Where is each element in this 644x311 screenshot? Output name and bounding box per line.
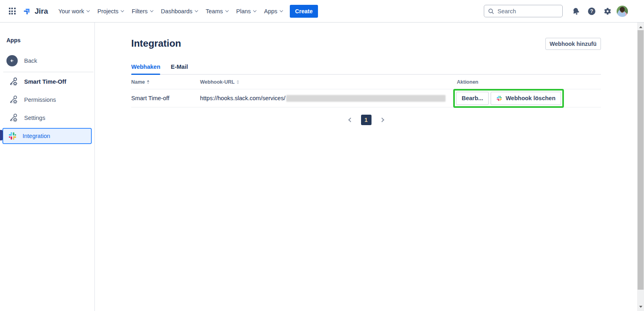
top-navigation: Jira Your work Projects Filters Dashboar…	[0, 0, 644, 23]
column-label: Name	[131, 79, 145, 85]
topnav-right: ?	[484, 5, 628, 18]
search-box[interactable]	[484, 5, 563, 17]
tab-webhaken[interactable]: Webhaken	[131, 64, 160, 74]
key-settings-icon	[8, 76, 19, 87]
nav-label: Teams	[206, 8, 223, 14]
column-label: Webhook-URL	[200, 79, 235, 85]
product-name: Jira	[35, 7, 48, 16]
sidebar-item-integration[interactable]: Integration	[2, 128, 92, 144]
actions-cell: Bearb... Webhook löschen	[457, 91, 601, 105]
nav-plans[interactable]: Plans	[232, 5, 260, 18]
webhook-url-text: https://hooks.slack.com/services/	[200, 95, 285, 101]
sidebar-heading: Apps	[6, 37, 91, 43]
tab-bar: Webhaken E-Mail	[131, 64, 601, 75]
table-header-row: Name Webhook-URL Aktionen	[131, 75, 601, 89]
bell-icon	[571, 6, 582, 16]
add-webhook-button[interactable]: Webhook hinzufü	[545, 38, 601, 50]
key-settings-icon	[8, 95, 19, 105]
nav-label: Filters	[132, 8, 147, 14]
chevron-down-icon	[87, 8, 90, 12]
chevron-down-icon	[280, 8, 283, 12]
main-content: Integration Webhook hinzufü Webhaken E-M…	[96, 23, 637, 311]
search-input[interactable]	[497, 8, 554, 14]
gear-icon	[603, 7, 612, 16]
slack-icon	[8, 132, 17, 140]
delete-webhook-button[interactable]: Webhook löschen	[491, 92, 561, 105]
sidebar-item-smart-time-off[interactable]: Smart Time-Off	[6, 72, 91, 91]
webhook-name-cell: Smart Time-off	[131, 95, 200, 101]
chevron-down-icon	[150, 8, 153, 12]
nav-label: Dashboards	[161, 8, 192, 14]
nav-filters[interactable]: Filters	[128, 5, 157, 18]
scroll-up-button[interactable]	[637, 24, 644, 30]
chevron-down-icon	[253, 8, 256, 12]
pagination: 1	[131, 115, 601, 125]
sidebar-item-label: Integration	[23, 133, 50, 139]
sidebar-item-label: Settings	[24, 115, 45, 121]
nav-label: Apps	[264, 8, 277, 14]
tab-email[interactable]: E-Mail	[171, 64, 188, 74]
chevron-right-icon	[380, 117, 384, 122]
chevron-down-icon	[121, 8, 124, 12]
key-settings-icon	[8, 113, 19, 123]
current-page-button[interactable]: 1	[361, 115, 372, 125]
edit-webhook-button[interactable]: Bearb...	[456, 92, 489, 105]
page-title: Integration	[131, 38, 181, 49]
question-icon: ?	[587, 7, 596, 16]
column-header-aktionen: Aktionen	[457, 79, 601, 85]
settings-button[interactable]	[601, 5, 614, 18]
sort-icon	[237, 80, 239, 84]
jira-mark-icon	[21, 4, 34, 18]
scrollbar-thumb[interactable]	[638, 30, 644, 290]
chevron-down-icon	[225, 8, 229, 12]
back-arrow-icon	[6, 55, 18, 66]
webhook-url-cell: https://hooks.slack.com/services/	[200, 95, 457, 102]
sort-asc-icon	[147, 80, 149, 84]
nav-label: Plans	[236, 8, 251, 14]
column-header-webhook-url[interactable]: Webhook-URL	[200, 79, 457, 85]
chevron-left-icon	[348, 117, 353, 122]
nav-your-work[interactable]: Your work	[54, 5, 93, 18]
triangle-up-icon	[639, 26, 642, 28]
vertical-scrollbar	[637, 23, 644, 311]
jira-logo[interactable]: Jira	[23, 6, 48, 16]
create-button[interactable]: Create	[290, 5, 318, 18]
svg-text:?: ?	[590, 8, 593, 14]
sidebar-flyout-handle[interactable]	[0, 130, 3, 140]
slack-icon	[496, 95, 502, 101]
sidebar-back-button[interactable]: Back	[6, 54, 91, 68]
green-highlight-box: Bearb... Webhook löschen	[453, 89, 564, 108]
delete-webhook-label: Webhook löschen	[506, 95, 555, 101]
app-switcher-icon[interactable]	[6, 5, 19, 18]
chevron-down-icon	[195, 8, 198, 12]
next-page-button[interactable]	[378, 115, 388, 125]
previous-page-button[interactable]	[345, 115, 355, 125]
sidebar-item-label: Permissions	[24, 97, 56, 103]
back-label: Back	[24, 58, 37, 64]
column-label: Aktionen	[457, 79, 478, 85]
column-header-name[interactable]: Name	[131, 79, 200, 85]
redacted-url-blur	[286, 95, 446, 102]
nav-label: Projects	[97, 8, 118, 14]
sidebar-item-permissions[interactable]: Permissions	[6, 91, 91, 109]
notifications-button[interactable]	[570, 5, 582, 18]
search-icon	[488, 8, 494, 14]
nav-projects[interactable]: Projects	[93, 5, 128, 18]
sidebar-item-settings[interactable]: Settings	[6, 109, 91, 127]
nav-teams[interactable]: Teams	[202, 5, 232, 18]
scroll-down-button[interactable]	[637, 304, 644, 309]
nav-apps[interactable]: Apps	[260, 5, 287, 18]
table-row: Smart Time-off https://hooks.slack.com/s…	[131, 89, 601, 107]
nav-label: Your work	[58, 8, 84, 14]
sidebar: Apps Back Smart Time-Off Permissions Set…	[0, 23, 95, 311]
grid-icon	[9, 8, 16, 14]
user-avatar[interactable]	[617, 6, 628, 17]
sidebar-item-label: Smart Time-Off	[24, 78, 66, 85]
triangle-down-icon	[639, 306, 642, 308]
help-button[interactable]: ?	[585, 5, 598, 18]
nav-dashboards[interactable]: Dashboards	[157, 5, 202, 18]
